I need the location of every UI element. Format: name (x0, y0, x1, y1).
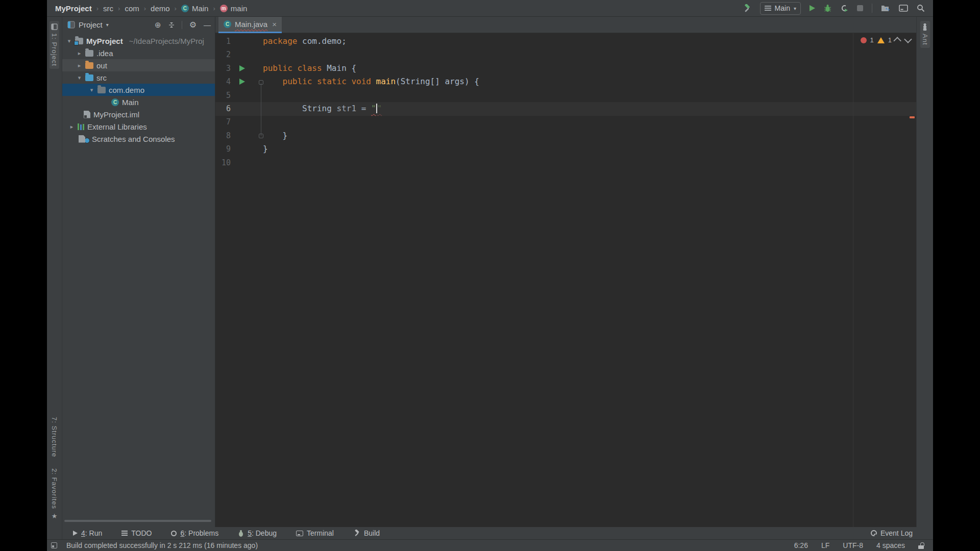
line-number: 1 (215, 35, 231, 48)
project-view-selector[interactable]: Project ▾ (67, 20, 109, 29)
tree-row-main-class[interactable]: C Main (62, 96, 215, 108)
breadcrumb-demo[interactable]: demo (151, 4, 170, 13)
chevron-collapsed-icon[interactable]: ▸ (77, 62, 82, 69)
tool-window-button-problems[interactable]: 6: Problems (171, 529, 218, 537)
line-number: 9 (215, 142, 231, 156)
breadcrumb-class-main[interactable]: C Main (181, 4, 209, 13)
gutter-row: 2 (215, 48, 263, 61)
terminal-icon (296, 531, 303, 536)
hide-panel-button[interactable]: — (204, 21, 211, 29)
settings-button[interactable]: ⚙ (189, 21, 197, 29)
project-view-icon (67, 21, 75, 29)
caret-position-widget[interactable]: 6:26 (794, 541, 808, 549)
code-token (263, 77, 283, 86)
project-tool-window: Project ▾ ⊕ ⚙ — (62, 17, 215, 527)
class-icon: C (111, 98, 119, 106)
tool-window-tab-favorites[interactable]: 2: Favorites ★ (51, 468, 58, 520)
breadcrumb-separator: › (118, 5, 120, 12)
bug-icon (824, 4, 831, 12)
chevron-expanded-icon[interactable]: ▾ (66, 38, 72, 44)
source-folder-icon (85, 74, 93, 81)
tree-row-myproject[interactable]: ▾ MyProject ~/IdeaProjects/MyProj (62, 35, 215, 47)
code-line (263, 48, 909, 61)
tool-window-button-run[interactable]: 4: Run (73, 529, 102, 537)
tree-row-scratches[interactable]: Scratches and Consoles (62, 133, 215, 145)
tree-row-src[interactable]: ▾ src (62, 71, 215, 84)
tool-window-button-todo[interactable]: TODO (121, 529, 152, 537)
code-line: } (263, 142, 909, 156)
collapse-all-button[interactable] (168, 22, 175, 28)
chevron-collapsed-icon[interactable]: ▸ (69, 123, 75, 130)
debug-button[interactable] (824, 4, 831, 12)
method-icon: m (220, 5, 228, 12)
code-line: package com.demo; (263, 35, 909, 48)
search-everywhere-button[interactable] (917, 4, 925, 12)
folder-icon (85, 50, 93, 57)
tool-window-tab-project[interactable]: 1: Project (50, 21, 59, 69)
stop-button[interactable] (857, 5, 863, 11)
code-editor[interactable]: 12345678910 package com.demo;public clas… (215, 33, 916, 527)
lock-icon[interactable] (918, 542, 924, 549)
tree-row-idea[interactable]: ▸ .idea (62, 47, 215, 59)
event-log-button[interactable]: Event Log (871, 529, 913, 537)
code-token: str1 (337, 104, 357, 113)
intellij-window: MyProject › src › com › demo › C Main › … (47, 0, 933, 551)
gutter-row: 10 (215, 156, 263, 169)
breadcrumb-src[interactable]: src (103, 4, 113, 13)
previous-problem-button[interactable] (893, 37, 901, 45)
next-problem-button[interactable] (904, 35, 912, 43)
breadcrumb-project[interactable]: MyProject (55, 4, 92, 13)
run-config-icon (765, 6, 771, 11)
run-gutter-icon[interactable] (239, 65, 245, 71)
project-root-folder-icon (75, 38, 83, 44)
run-button[interactable] (810, 5, 815, 11)
ui-console-button[interactable] (899, 5, 908, 12)
left-tool-window-stripe: 1: Project 7: Structure 2: Favorites ★ (47, 17, 62, 539)
run-configuration-select[interactable]: Main ▾ (760, 2, 801, 15)
chevron-expanded-icon[interactable]: ▾ (89, 87, 94, 93)
breadcrumb-com[interactable]: com (125, 4, 139, 13)
tool-window-quick-access-icon[interactable] (51, 542, 57, 548)
run-gutter-icon[interactable] (239, 79, 245, 85)
tool-window-button-build[interactable]: Build (353, 529, 380, 537)
code-pane[interactable]: package com.demo;public class Main { pub… (263, 35, 909, 169)
code-token: " (371, 104, 376, 113)
folder-sync-icon (881, 5, 890, 12)
coverage-icon (840, 4, 848, 12)
locate-file-button[interactable]: ⊕ (155, 21, 161, 29)
code-token: } (263, 144, 268, 154)
gutter-row: 1 (215, 35, 263, 48)
editor-tab-main-java[interactable]: C Main.java × (218, 17, 282, 33)
tree-row-out[interactable]: ▸ out (62, 59, 215, 71)
run-with-coverage-button[interactable] (840, 4, 848, 12)
tool-window-tab-ant[interactable]: Ant (920, 21, 930, 48)
breadcrumb-separator: › (96, 5, 99, 12)
error-stripe-mark[interactable] (910, 116, 915, 118)
chevron-collapsed-icon[interactable]: ▸ (77, 50, 82, 57)
line-separator-widget[interactable]: LF (821, 541, 829, 549)
bottom-tool-window-bar: 4: Run TODO 6: Problems 5: Debug Termina… (62, 527, 933, 539)
code-line: } (263, 129, 909, 142)
breadcrumb-method-main[interactable]: m main (220, 4, 248, 13)
tool-window-button-terminal[interactable]: Terminal (296, 529, 334, 537)
navigation-bar: MyProject › src › com › demo › C Main › … (47, 0, 933, 17)
tool-window-tab-label: 2: Favorites (51, 468, 58, 509)
module-file-icon (84, 111, 90, 118)
code-token: String (263, 104, 337, 113)
tree-row-external-libraries[interactable]: ▸ External Libraries (62, 120, 215, 133)
indent-widget[interactable]: 4 spaces (876, 541, 905, 549)
horizontal-scrollbar[interactable] (64, 520, 211, 522)
tree-row-iml-file[interactable]: MyProject.iml (62, 108, 215, 120)
chevron-expanded-icon[interactable]: ▾ (77, 74, 82, 81)
favorites-star-icon: ★ (52, 512, 58, 520)
terminal-window-icon (899, 5, 908, 12)
inspections-widget[interactable]: 1 1 (861, 36, 910, 44)
tool-window-tab-structure[interactable]: 7: Structure (51, 417, 58, 457)
project-folder-sync-button[interactable] (881, 5, 890, 12)
build-project-button[interactable] (743, 4, 751, 13)
tool-window-button-debug[interactable]: 5: Debug (238, 529, 277, 537)
close-icon[interactable]: × (272, 20, 277, 29)
gutter-row: 3 (215, 62, 263, 75)
encoding-widget[interactable]: UTF-8 (843, 541, 863, 549)
tree-row-com-demo[interactable]: ▾ com.demo (62, 84, 215, 96)
